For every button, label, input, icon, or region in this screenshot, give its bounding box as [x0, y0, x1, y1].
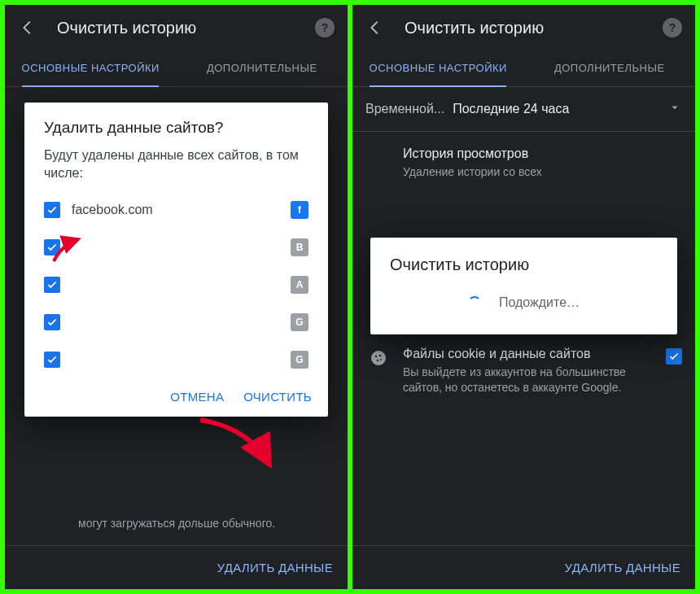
svg-point-3: [377, 360, 378, 361]
site-checkbox[interactable]: [44, 239, 60, 256]
confirm-dialog: Удалить данные сайтов? Будут удалены дан…: [24, 103, 328, 417]
progress-text: Подождите…: [499, 295, 580, 310]
site-checkbox[interactable]: [44, 314, 60, 330]
right-screenshot: Очистить историю ? ОСНОВНЫЕ НАСТРОЙКИ ДО…: [352, 5, 695, 589]
dialog-message: Будут удалены данные всех сайтов, в том …: [24, 146, 328, 191]
setting-subtitle: Вы выйдете из аккаунтов на большинстве с…: [403, 365, 651, 395]
site-row: G: [44, 341, 308, 378]
delete-data-button[interactable]: УДАЛИТЬ ДАННЫЕ: [217, 561, 333, 574]
site-checkbox[interactable]: [44, 277, 60, 293]
tab-advanced[interactable]: ДОПОЛНИТЕЛЬНЫЕ: [177, 50, 348, 86]
back-icon[interactable]: [365, 18, 385, 37]
site-row: G: [44, 304, 308, 341]
site-list: facebook.com f B A G G: [24, 191, 328, 378]
tabs: ОСНОВНЫЕ НАСТРОЙКИ ДОПОЛНИТЕЛЬНЫЕ: [5, 50, 348, 87]
setting-subtitle: Удаление истории со всех: [403, 164, 682, 180]
bottom-bar: УДАЛИТЬ ДАННЫЕ: [352, 545, 695, 589]
setting-checkbox[interactable]: [666, 348, 682, 365]
progress-title: Очистить историю: [390, 256, 658, 274]
cancel-button[interactable]: ОТМЕНА: [170, 390, 224, 404]
header: Очистить историю ?: [5, 5, 348, 50]
delete-data-button[interactable]: УДАЛИТЬ ДАННЫЕ: [565, 561, 680, 574]
site-favicon-icon: B: [291, 238, 308, 256]
site-favicon-icon: A: [291, 276, 308, 294]
setting-history[interactable]: История просмотров Удаление истории со в…: [352, 132, 695, 194]
time-range-label: Временной...: [365, 102, 444, 116]
site-checkbox[interactable]: [44, 202, 60, 218]
cached-text-fragment: могут загружаться дольше обычного.: [78, 516, 275, 532]
left-screenshot: Очистить историю ? ОСНОВНЫЕ НАСТРОЙКИ ДО…: [5, 5, 348, 589]
cookie-icon: [369, 348, 388, 368]
site-row: B: [44, 229, 308, 266]
site-row: A: [44, 266, 308, 304]
help-icon[interactable]: ?: [663, 18, 682, 37]
placeholder-icon: [369, 148, 388, 168]
svg-point-2: [379, 355, 381, 356]
chevron-down-icon: [667, 100, 682, 118]
site-domain: facebook.com: [72, 203, 279, 217]
site-checkbox[interactable]: [44, 352, 60, 368]
site-row: facebook.com f: [44, 191, 308, 229]
clear-button[interactable]: ОЧИСТИТЬ: [243, 390, 312, 404]
site-favicon-icon: f: [291, 201, 308, 219]
tabs: ОСНОВНЫЕ НАСТРОЙКИ ДОПОЛНИТЕЛЬНЫЕ: [352, 50, 695, 87]
tab-basic[interactable]: ОСНОВНЫЕ НАСТРОЙКИ: [5, 50, 177, 86]
site-favicon-icon: G: [291, 313, 308, 331]
setting-title: Файлы cookie и данные сайтов: [403, 347, 651, 361]
dialog-actions: ОТМЕНА ОЧИСТИТЬ: [24, 378, 328, 417]
help-icon[interactable]: ?: [315, 18, 335, 37]
progress-dialog: Очистить историю Подождите…: [370, 238, 677, 334]
page-title: Очистить историю: [57, 19, 315, 37]
header: Очистить историю ?: [352, 5, 695, 50]
time-range-dropdown[interactable]: Временной... Последние 24 часа: [352, 87, 695, 132]
back-icon[interactable]: [18, 18, 37, 37]
setting-title: История просмотров: [403, 146, 682, 161]
tab-advanced[interactable]: ДОПОЛНИТЕЛЬНЫЕ: [524, 50, 696, 86]
dialog-title: Удалить данные сайтов?: [24, 103, 328, 146]
setting-cookies[interactable]: Файлы cookie и данные сайтов Вы выйдете …: [352, 332, 695, 410]
bottom-bar: УДАЛИТЬ ДАННЫЕ: [5, 545, 348, 589]
page-title: Очистить историю: [405, 19, 663, 37]
svg-point-1: [375, 356, 377, 357]
time-range-value: Последние 24 часа: [453, 102, 667, 116]
spinner-icon: [468, 296, 481, 309]
svg-point-4: [380, 359, 382, 360]
tab-basic[interactable]: ОСНОВНЫЕ НАСТРОЙКИ: [352, 50, 524, 86]
svg-point-0: [371, 351, 386, 365]
site-favicon-icon: G: [291, 351, 308, 369]
